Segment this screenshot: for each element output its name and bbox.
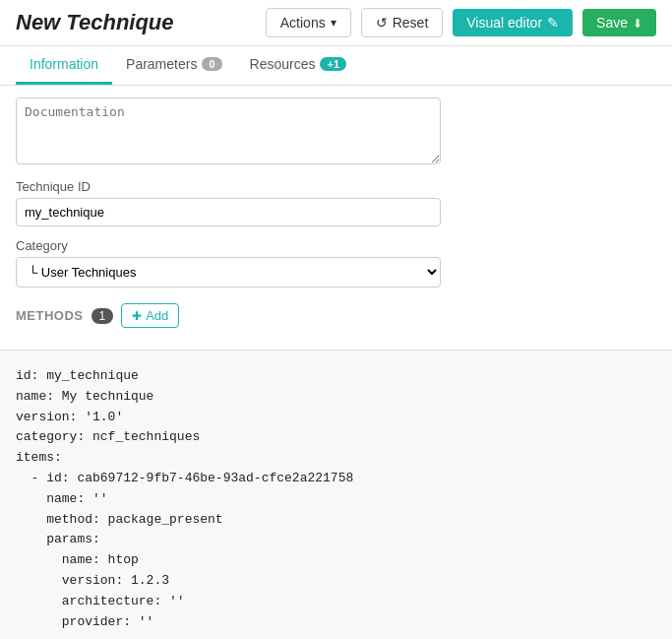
add-method-label: Add [146, 308, 168, 323]
tab-information-label: Information [30, 56, 98, 72]
methods-count: 1 [92, 308, 114, 324]
parameters-badge: 0 [202, 57, 221, 71]
tabs-bar: Information Parameters 0 Resources +1 [0, 46, 672, 86]
plus-icon [132, 308, 142, 323]
category-group: Category └ User Techniques [16, 238, 656, 288]
actions-button[interactable]: Actions [266, 8, 351, 37]
documentation-input[interactable] [16, 97, 441, 164]
methods-label: METHODS [16, 308, 84, 323]
technique-id-group: Technique ID [16, 179, 656, 226]
save-button[interactable]: Save [582, 9, 656, 36]
category-label: Category [16, 238, 656, 253]
actions-label: Actions [280, 15, 326, 31]
tab-resources-label: Resources [250, 56, 316, 72]
save-label: Save [596, 15, 628, 31]
header: New Technique Actions Reset Visual edito… [0, 0, 672, 46]
tab-information[interactable]: Information [16, 46, 112, 85]
reset-button[interactable]: Reset [361, 8, 444, 37]
page-title: New Technique [16, 10, 256, 35]
add-method-button[interactable]: Add [121, 303, 179, 328]
tab-resources[interactable]: Resources +1 [236, 46, 360, 85]
reset-icon [376, 15, 388, 31]
save-icon [633, 15, 642, 31]
edit-icon [547, 15, 559, 31]
yaml-preview: id: my_technique name: My technique vers… [0, 350, 672, 639]
resources-badge: +1 [320, 57, 346, 71]
documentation-group [16, 97, 656, 167]
visual-editor-label: Visual editor [466, 15, 542, 31]
technique-id-label: Technique ID [16, 179, 656, 194]
reset-label: Reset [393, 15, 429, 31]
methods-header: METHODS 1 Add [16, 303, 656, 328]
tab-parameters[interactable]: Parameters 0 [112, 46, 235, 85]
visual-editor-button[interactable]: Visual editor [453, 9, 573, 36]
content-area: Technique ID Category └ User Techniques … [0, 86, 672, 350]
tab-parameters-label: Parameters [126, 56, 197, 72]
technique-id-input[interactable] [16, 198, 441, 226]
category-select[interactable]: └ User Techniques [16, 257, 441, 288]
